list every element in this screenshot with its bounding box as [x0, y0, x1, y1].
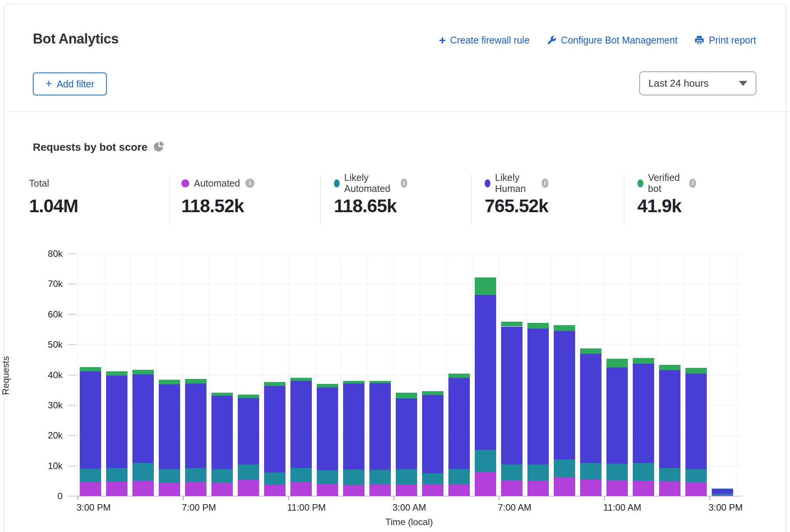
bar-segment-likely-human [712, 489, 733, 494]
bar-segment-likely-human [422, 395, 443, 473]
bar-7-00-AM[interactable] [501, 322, 522, 496]
bar-2-00-PM[interactable] [685, 368, 707, 496]
stat-divider [169, 174, 170, 226]
bar-segment-likely-human [580, 354, 601, 463]
x-axis-tick-label: 11:00 PM [287, 502, 326, 513]
time-range-select[interactable]: Last 24 hours [639, 71, 756, 95]
y-axis-tick-label: 70k [17, 279, 63, 289]
action-link-create-firewall-rule[interactable]: +Create firewall rule [439, 35, 530, 46]
y-axis-title: Requests [0, 328, 11, 423]
x-axis-tick [77, 497, 78, 500]
bar-segment-likely-human [606, 368, 628, 464]
bar-6-00-PM[interactable] [159, 380, 180, 496]
page-title: Bot Analytics [33, 31, 119, 47]
bar-segment-verified-bot [264, 382, 285, 386]
bar-5-00-AM[interactable] [448, 374, 470, 496]
bar-segment-likely-automated [343, 469, 364, 485]
bar-segment-likely-human [185, 384, 206, 468]
stat-value: 765.52k [485, 195, 548, 216]
info-icon[interactable]: i [542, 179, 548, 188]
bar-6-00-AM[interactable] [475, 277, 496, 496]
bar-2-00-AM[interactable] [369, 381, 391, 496]
bar-11-00-AM[interactable] [606, 359, 628, 496]
bar-9-00-PM[interactable] [238, 395, 259, 496]
printer-icon [694, 35, 705, 45]
bar-8-00-PM[interactable] [211, 393, 233, 496]
bar-10-00-PM[interactable] [264, 382, 285, 496]
bar-segment-verified-bot [422, 391, 443, 395]
bar-12-00-AM[interactable] [317, 384, 338, 496]
bar-segment-verified-bot [211, 393, 233, 396]
info-icon[interactable]: i [689, 179, 696, 188]
y-axis-tick [68, 284, 76, 284]
x-axis-title: Time (local) [352, 517, 466, 527]
bar-segment-likely-automated [185, 468, 206, 482]
bar-5-00-PM[interactable] [132, 370, 154, 496]
bar-segment-likely-human [132, 374, 154, 463]
bar-3-00-AM[interactable] [396, 393, 417, 496]
stat-label: Likely Automated [344, 172, 395, 194]
bar-1-00-AM[interactable] [343, 381, 364, 496]
bar-segment-likely-human [475, 295, 496, 450]
section-title: Requests by bot score [33, 141, 147, 153]
chevron-down-icon [739, 81, 747, 86]
y-axis-tick [68, 344, 76, 345]
stat-head: Verified boti [637, 178, 696, 189]
bar-segment-likely-automated [422, 473, 443, 484]
bar-segment-verified-bot [501, 322, 522, 327]
stat-value: 118.65k [334, 195, 407, 216]
y-axis-tick-label: 20k [17, 430, 63, 441]
info-icon[interactable]: i [245, 179, 255, 188]
x-axis-tick-label: 3:00 AM [393, 502, 426, 513]
bar-segment-automated [290, 482, 312, 496]
bar-segment-likely-automated [659, 468, 680, 481]
bar-segment-likely-automated [238, 464, 259, 480]
bar-segment-likely-human [369, 383, 391, 470]
bar-4-00-AM[interactable] [422, 391, 443, 496]
x-axis-tick-label: 7:00 PM [182, 502, 216, 513]
plus-icon: + [45, 77, 52, 90]
bar-8-00-AM[interactable] [527, 323, 549, 496]
bar-segment-likely-human [211, 396, 233, 469]
bar-segment-automated [554, 477, 575, 496]
bar-segment-likely-automated [290, 468, 312, 482]
y-axis-tick [68, 253, 76, 254]
bar-segment-likely-automated [211, 469, 233, 483]
bar-3-00-PM[interactable] [80, 367, 101, 496]
action-label: Configure Bot Management [561, 35, 678, 46]
info-icon[interactable]: i [401, 179, 407, 188]
bar-9-00-AM[interactable] [554, 325, 575, 496]
bar-1-00-PM[interactable] [659, 365, 680, 496]
x-axis-tick [288, 497, 289, 500]
bar-segment-likely-human [685, 374, 707, 469]
x-axis-tick [183, 497, 184, 500]
y-axis-tick-label: 80k [17, 248, 63, 259]
bar-4-00-PM[interactable] [106, 371, 127, 496]
x-axis-tick [499, 497, 500, 500]
action-link-configure-bot-management[interactable]: Configure Bot Management [547, 35, 678, 46]
add-filter-label: Add filter [56, 79, 94, 90]
bar-segment-likely-human [527, 329, 549, 464]
x-axis-tick [604, 497, 605, 500]
bar-10-00-AM[interactable] [580, 348, 601, 496]
add-filter-button[interactable]: + Add filter [33, 73, 107, 95]
x-axis-tick-label: 11:00 AM [603, 502, 642, 513]
bar-segment-automated [501, 480, 522, 496]
y-axis-tick-label: 60k [17, 309, 63, 320]
action-link-print-report[interactable]: Print report [694, 35, 756, 46]
bar-segment-likely-automated [396, 469, 417, 484]
bar-segment-likely-automated [159, 469, 180, 483]
bar-segment-likely-automated [527, 464, 549, 481]
time-range-value: Last 24 hours [648, 77, 739, 89]
bar-segment-likely-automated [317, 470, 338, 484]
bar-segment-verified-bot [448, 374, 470, 378]
bar-segment-verified-bot [712, 488, 733, 489]
bar-segment-verified-bot [343, 381, 364, 383]
bar-segment-automated [211, 483, 233, 496]
bar-7-00-PM[interactable] [185, 379, 206, 496]
bar-12-00-PM[interactable] [633, 358, 654, 496]
bar-3-00-PM[interactable] [712, 488, 733, 496]
bar-segment-automated [159, 483, 180, 496]
bar-segment-automated [422, 484, 443, 496]
bar-11-00-PM[interactable] [290, 378, 312, 496]
